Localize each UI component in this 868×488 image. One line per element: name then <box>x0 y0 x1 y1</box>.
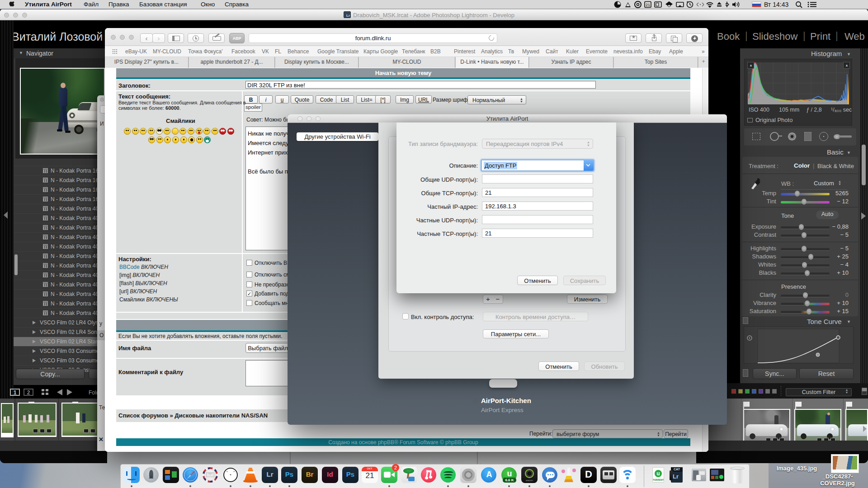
svg-text:21: 21 <box>646 3 650 7</box>
